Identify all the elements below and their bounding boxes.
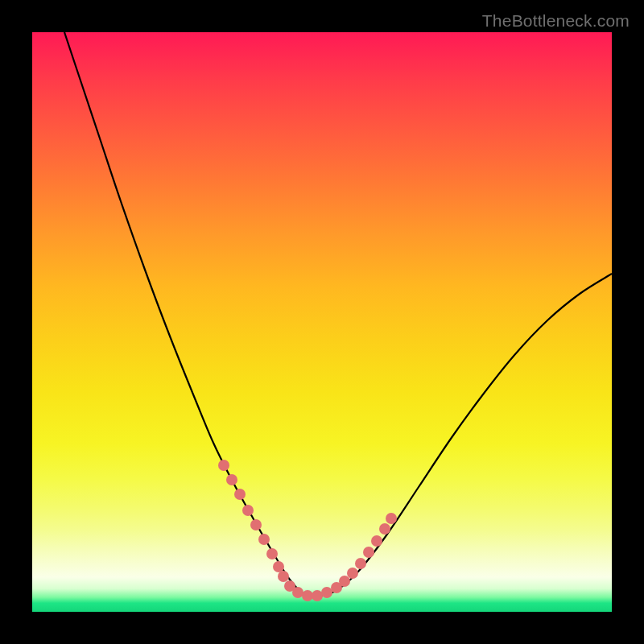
scatter-dot (292, 587, 303, 598)
scatter-dot (266, 548, 278, 559)
scatter-dot (258, 534, 270, 545)
scatter-dot (339, 576, 350, 587)
scatter-dot (218, 460, 229, 471)
scatter-dot (347, 568, 358, 579)
chart-stage: TheBottleneck.com (0, 0, 644, 644)
scatter-dot (379, 523, 390, 535)
scatter-group (218, 460, 397, 601)
bottleneck-curve (64, 32, 612, 597)
curve-layer (32, 32, 612, 612)
plot-area (32, 32, 612, 612)
scatter-dot (273, 561, 284, 572)
scatter-dot (363, 547, 374, 558)
scatter-dot (386, 513, 397, 524)
scatter-dot (321, 587, 332, 598)
watermark-text: TheBottleneck.com (482, 11, 630, 31)
scatter-dot (355, 558, 366, 569)
scatter-dot (278, 571, 289, 582)
scatter-dot (371, 535, 382, 547)
scatter-dot (302, 590, 313, 601)
scatter-dot (226, 474, 237, 485)
scatter-dot (234, 489, 246, 500)
scatter-dot (312, 590, 323, 601)
scatter-dot (250, 519, 262, 530)
scatter-dot (242, 505, 254, 516)
